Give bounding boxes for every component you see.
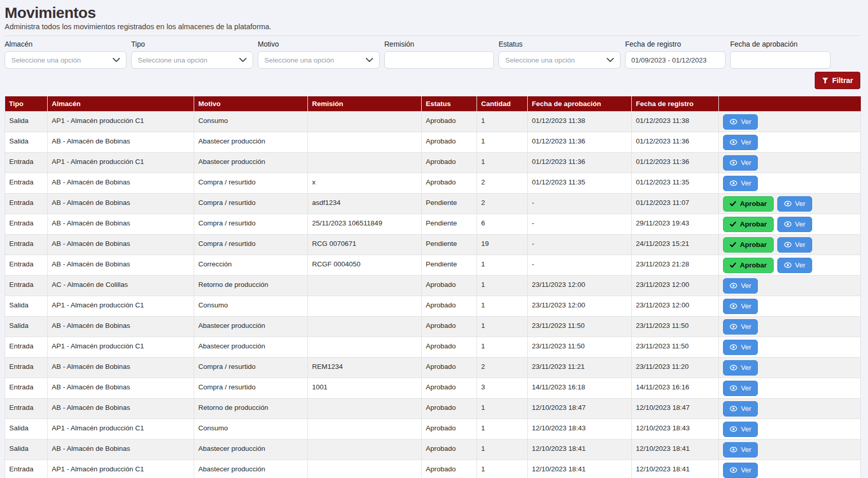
eye-icon: [730, 364, 737, 371]
tipo-select[interactable]: Seleccione una opción: [131, 51, 253, 69]
view-button[interactable]: Ver: [723, 422, 758, 437]
cell-remision: asdf1234: [308, 194, 422, 214]
view-button[interactable]: Ver: [723, 135, 758, 150]
view-button[interactable]: Ver: [723, 155, 758, 171]
cell-almacen: AP1 - Almacén producción C1: [48, 460, 194, 478]
cell-remision: RCG 0070671: [308, 235, 422, 255]
eye-icon: [730, 466, 737, 474]
page-title: Movimientos: [5, 4, 860, 22]
cell-tipo: Entrada: [5, 337, 48, 358]
cell-actions: Ver: [719, 112, 861, 132]
cell-cantidad: 2: [477, 194, 528, 214]
cell-actions: Ver: [719, 440, 861, 460]
divider: [5, 35, 860, 36]
cell-almacen: AP1 - Almacén producción C1: [48, 419, 194, 440]
cell-almacen: AB - Almacén de Bobinas: [48, 317, 194, 337]
eye-icon: [730, 425, 737, 433]
cell-remision: [308, 399, 422, 419]
view-button[interactable]: Ver: [723, 360, 758, 376]
cell-fecha-registro: 12/10/2023 18:43: [632, 419, 719, 440]
cell-fecha-registro: 23/11/2023 11:50: [632, 317, 719, 337]
cell-cantidad: 1: [477, 276, 528, 296]
cell-motivo: Abastecer producción: [194, 337, 308, 358]
cell-motivo: Abastecer producción: [194, 317, 308, 337]
filter-fecha-aprobacion: Fecha de aprobación: [730, 40, 831, 69]
view-button[interactable]: Ver: [723, 401, 758, 417]
cell-fecha-aprobacion: -: [528, 214, 632, 235]
filter-motivo: MotivoSeleccione una opción: [258, 40, 380, 69]
cell-remision: [308, 317, 422, 337]
cell-estatus: Aprobado: [422, 378, 477, 399]
eye-icon: [784, 200, 792, 207]
view-button[interactable]: Ver: [723, 319, 758, 335]
view-button-label: Ver: [795, 200, 805, 207]
cell-almacen: AP1 - Almacén producción C1: [48, 296, 194, 317]
table-row: SalidaAB - Almacén de BobinasAbastecer p…: [5, 317, 861, 337]
filters-row: AlmacénSeleccione una opciónTipoSeleccio…: [5, 40, 860, 69]
cell-tipo: Entrada: [5, 194, 48, 214]
cell-actions: Ver: [719, 296, 861, 317]
view-button[interactable]: Ver: [777, 217, 812, 232]
view-button-label: Ver: [741, 323, 751, 330]
cell-motivo: Compra / resurtido: [194, 358, 308, 378]
cell-fecha-registro: 12/10/2023 18:47: [632, 399, 719, 419]
almacen-select[interactable]: Seleccione una opción: [5, 51, 127, 69]
eye-icon: [730, 323, 737, 330]
column-header-fecha-aprobacion: Fecha de aprobación: [528, 96, 632, 112]
table-row: EntradaAB - Almacén de BobinasCompra / r…: [5, 173, 861, 194]
view-button[interactable]: Ver: [723, 299, 758, 314]
filter-estatus: EstatusSeleccione una opción: [499, 40, 621, 69]
approve-button[interactable]: Aprobar: [723, 217, 774, 232]
motivo-select[interactable]: Seleccione una opción: [258, 51, 380, 69]
view-button[interactable]: Ver: [777, 196, 812, 212]
cell-estatus: Aprobado: [422, 337, 477, 358]
cell-cantidad: 3: [477, 378, 528, 399]
cell-actions: Ver: [719, 358, 861, 378]
view-button[interactable]: Ver: [723, 114, 758, 130]
cell-remision: [308, 132, 422, 153]
movements-table: TipoAlmacénMotivoRemisiónEstatusCantidad…: [5, 96, 861, 478]
cell-fecha-aprobacion: -: [528, 194, 632, 214]
remision-input[interactable]: [384, 51, 494, 69]
filter-label-remision: Remisión: [384, 40, 494, 49]
eye-icon: [730, 118, 737, 126]
filter-fecha-registro: Fecha de registro: [625, 40, 726, 69]
approve-button-label: Aprobar: [740, 241, 767, 248]
cell-actions: Ver: [719, 132, 861, 153]
cell-remision: [308, 337, 422, 358]
approve-button[interactable]: Aprobar: [723, 237, 774, 253]
table-row: EntradaAP1 - Almacén producción C1Abaste…: [5, 460, 861, 478]
cell-fecha-registro: 12/10/2023 18:41: [632, 460, 719, 478]
filter-remision: Remisión: [384, 40, 494, 69]
chevron-down-icon: [366, 58, 373, 63]
cell-motivo: Consumo: [194, 112, 308, 132]
view-button[interactable]: Ver: [723, 176, 758, 191]
fecha-aprobacion-input[interactable]: [730, 51, 831, 69]
view-button[interactable]: Ver: [723, 463, 758, 478]
approve-button[interactable]: Aprobar: [723, 196, 774, 212]
cell-almacen: AP1 - Almacén producción C1: [48, 337, 194, 358]
check-icon: [730, 262, 736, 268]
column-header-fecha-registro: Fecha de registro: [632, 96, 719, 112]
cell-motivo: Consumo: [194, 419, 308, 440]
eye-icon: [730, 405, 737, 412]
filter-button-label: Filtrar: [832, 76, 853, 85]
cell-tipo: Entrada: [5, 358, 48, 378]
view-button[interactable]: Ver: [777, 237, 812, 253]
table-row: SalidaAP1 - Almacén producción C1Consumo…: [5, 296, 861, 317]
estatus-select[interactable]: Seleccione una opción: [499, 51, 621, 69]
approve-button[interactable]: Aprobar: [723, 258, 774, 273]
view-button[interactable]: Ver: [777, 258, 812, 273]
view-button[interactable]: Ver: [723, 381, 758, 396]
view-button[interactable]: Ver: [723, 340, 758, 355]
filter-button[interactable]: Filtrar: [815, 72, 860, 89]
eye-icon: [730, 446, 737, 453]
cell-remision: x: [308, 173, 422, 194]
cell-cantidad: 1: [477, 153, 528, 173]
view-button[interactable]: Ver: [723, 442, 758, 458]
select-placeholder: Seleccione una opción: [11, 56, 81, 64]
view-button[interactable]: Ver: [723, 278, 758, 294]
table-row: SalidaAP1 - Almacén producción C1Consumo…: [5, 419, 861, 440]
cell-actions: AprobarVer: [719, 235, 861, 255]
fecha-registro-input[interactable]: [625, 51, 726, 69]
